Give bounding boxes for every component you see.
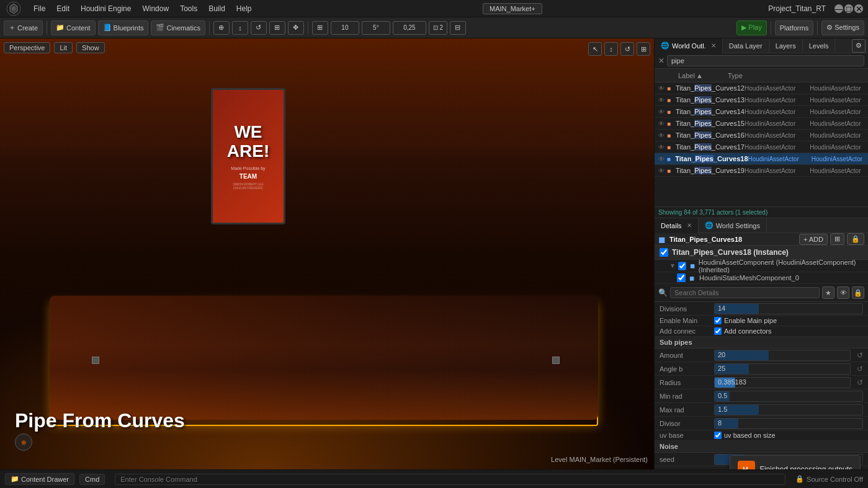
outliner-settings-btn[interactable]: ⚙ (852, 39, 866, 53)
viewport[interactable]: WEARE! Made Possible by TEAM SIMON ROBER… (0, 38, 654, 469)
content-button[interactable]: 📁 Content (51, 20, 96, 35)
component-2-checkbox[interactable] (677, 273, 686, 282)
perspective-dropdown[interactable]: Perspective (4, 42, 50, 53)
add-conn-checkbox[interactable] (714, 327, 722, 335)
menu-help[interactable]: Help (231, 3, 257, 14)
component-1-checkbox[interactable] (678, 262, 686, 270)
table-row[interactable]: 👁 ■ Titan_Pipes_Curves14 HoudiniAssetAct… (655, 106, 868, 118)
divisor-value-bar[interactable]: 8 (714, 418, 863, 429)
toolbar-unit-button[interactable]: 0,25 (393, 21, 426, 35)
window-controls: — □ ✕ (834, 4, 863, 13)
viewport-overlay-tl: Perspective Lit Show (4, 42, 105, 53)
toolbar-angle-button[interactable]: 5° (362, 21, 390, 35)
table-row[interactable]: 👁 ■ Titan_Pipes_Curves18 HoudiniAssetAct… (655, 153, 868, 165)
angle-b-value-bar[interactable]: 25 (714, 363, 851, 375)
details-tab-close[interactable]: ✕ (687, 222, 692, 229)
cmd-button[interactable]: Cmd (79, 474, 105, 485)
visibility-icon[interactable]: 👁 (658, 109, 667, 115)
platforms-button[interactable]: Platforms (775, 20, 813, 35)
menu-build[interactable]: Build (204, 3, 230, 14)
visibility-icon[interactable]: 👁 (658, 97, 667, 104)
visibility-icon[interactable]: 👁 (658, 120, 667, 127)
minimize-button[interactable]: — (834, 4, 843, 13)
enable-main-checkbox[interactable] (714, 317, 722, 324)
menu-window[interactable]: Window (137, 3, 174, 14)
table-row[interactable]: 👁 ■ Titan_Pipes_Curves12 HoudiniAssetAct… (655, 82, 868, 94)
visibility-icon[interactable]: 👁 (658, 85, 667, 92)
details-search-input[interactable] (670, 287, 820, 298)
data-layer-tab[interactable]: Data Layer (723, 38, 769, 53)
create-button[interactable]: ＋ Create (4, 20, 43, 35)
table-row[interactable]: 👁 ■ Titan_Pipes_Curves19 HoudiniAssetAct… (655, 165, 868, 177)
toolbar-grab-button[interactable]: ✥ (288, 21, 304, 35)
outliner-rows-container[interactable]: 👁 ■ Titan_Pipes_Curves12 HoudiniAssetAct… (655, 82, 868, 206)
add-button[interactable]: + ADD (799, 234, 828, 245)
toolbar-layout-button[interactable]: ⊟ (450, 21, 466, 35)
menu-houdini-engine[interactable]: Houdini Engine (76, 3, 136, 14)
settings-button[interactable]: ⚙ Settings (821, 20, 864, 35)
noise-header[interactable]: Noise (655, 441, 868, 453)
table-row[interactable]: 👁 ■ Titan_Pipes_Curves15 HoudiniAssetAct… (655, 118, 868, 130)
blueprints-button[interactable]: 📘 Blueprints (98, 20, 149, 35)
table-row[interactable]: 👁 ■ Titan_Pipes_Curves13 HoudiniAssetAct… (655, 94, 868, 106)
vp-translate-button[interactable]: ↕ (604, 42, 618, 56)
radius-value-bar[interactable]: 0.385183 (714, 377, 851, 388)
actor-visibility-checkbox[interactable] (660, 248, 668, 257)
toolbar-grid-button[interactable]: ⊞ (312, 21, 328, 35)
maximize-button[interactable]: □ (844, 4, 853, 13)
amount-value-bar[interactable]: 20 (714, 350, 851, 361)
sub-pipes-header[interactable]: Sub pipes (655, 337, 868, 348)
details-tab[interactable]: Details ✕ (655, 218, 699, 233)
toolbar-rotate-button[interactable]: ↺ (251, 21, 267, 35)
visibility-icon[interactable]: 👁 (658, 144, 667, 151)
angle-b-reset-icon[interactable]: ↺ (857, 365, 863, 373)
angle-b-row: Angle b 25 ↺ (655, 362, 868, 376)
level-info: Level MAIN_Market (Persistent) (551, 456, 648, 463)
toolbar-scale-button[interactable]: ⊞ (269, 21, 285, 35)
outliner-search-input[interactable] (667, 55, 864, 66)
details-favorite-btn[interactable]: ★ (822, 286, 834, 299)
show-dropdown[interactable]: Show (76, 42, 105, 53)
table-row[interactable]: 👁 ■ Titan_Pipes_Curves17 HoudiniAssetAct… (655, 141, 868, 153)
visibility-icon[interactable]: 👁 (658, 132, 667, 139)
toolbar-separator-5 (817, 21, 818, 35)
menu-tools[interactable]: Tools (175, 3, 202, 14)
details-lock-btn2[interactable]: 🔒 (852, 286, 864, 299)
console-input[interactable] (115, 474, 785, 485)
outliner-tab-close[interactable]: ✕ (711, 42, 716, 49)
world-settings-icon: 🌐 (705, 221, 714, 229)
radius-reset-icon[interactable]: ↺ (857, 378, 863, 387)
vp-select-mode-button[interactable]: ↖ (588, 42, 602, 56)
world-settings-tab[interactable]: 🌐 World Settings (699, 218, 767, 233)
menu-file[interactable]: File (29, 3, 50, 14)
divisor-row: Divisor 8 (655, 417, 868, 430)
uv-base-checkbox[interactable] (714, 432, 722, 439)
vp-rotate-button[interactable]: ↺ (620, 42, 634, 56)
details-options-btn[interactable]: ⊞ (830, 233, 844, 245)
visibility-icon[interactable]: 👁 (658, 156, 667, 162)
lit-dropdown[interactable]: Lit (54, 42, 73, 53)
vp-maximize-button[interactable]: ⊞ (637, 42, 650, 56)
layers-tab[interactable]: Layers (769, 38, 803, 53)
toolbar-move-button[interactable]: ↕ (232, 21, 248, 35)
search-clear-button[interactable]: ✕ (658, 56, 664, 65)
divisions-value-bar[interactable]: 14 (714, 303, 863, 314)
toolbar-snap-button[interactable]: 10 (331, 21, 359, 35)
play-button[interactable]: ▶ Play (736, 20, 766, 35)
amount-reset-icon[interactable]: ↺ (857, 351, 863, 360)
content-drawer-button[interactable]: 📁 Content Drawer (5, 473, 74, 485)
menu-edit[interactable]: Edit (51, 3, 74, 14)
table-row[interactable]: 👁 ■ Titan_Pipes_Curves16 HoudiniAssetAct… (655, 130, 868, 141)
visibility-icon[interactable]: 👁 (658, 167, 667, 174)
world-outliner-tab[interactable]: 🌐 World Outl. ✕ (655, 38, 723, 53)
max-rad-value-bar[interactable]: 1.5 (714, 404, 863, 415)
min-rad-value-bar[interactable]: 0.5 (714, 391, 863, 402)
toolbar-camera-button[interactable]: ⊡ 2 (429, 21, 447, 35)
levels-tab[interactable]: Levels (803, 38, 836, 53)
details-lock-btn[interactable]: 🔒 (847, 233, 864, 245)
details-eye-btn[interactable]: 👁 (837, 286, 849, 299)
close-button[interactable]: ✕ (854, 4, 863, 13)
cinematics-button[interactable]: 🎬 Cinematics (151, 20, 205, 35)
outliner-label-col[interactable]: Label ▲ (678, 72, 728, 79)
toolbar-transform-button[interactable]: ⊕ (213, 21, 230, 35)
